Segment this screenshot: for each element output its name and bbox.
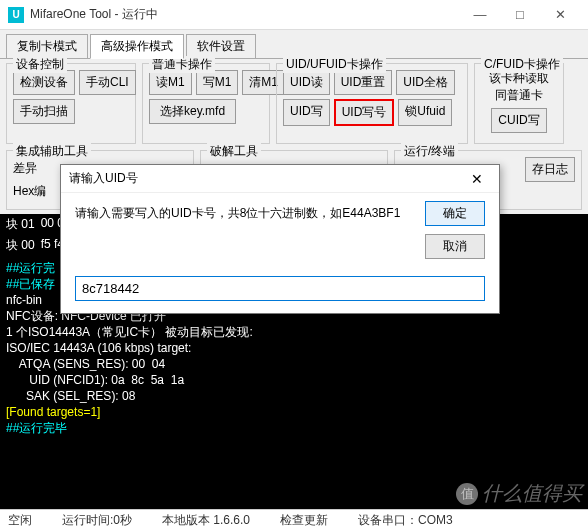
maximize-button[interactable]: □: [500, 1, 540, 29]
uid-write-button[interactable]: UID写: [283, 99, 330, 126]
term-line: ##运行完: [6, 261, 55, 275]
lock-ufuid-button[interactable]: 锁Ufuid: [398, 99, 452, 126]
term-line: UID (NFCID1): 0a 8c 5a 1a: [6, 373, 184, 387]
close-button[interactable]: ✕: [540, 1, 580, 29]
status-runtime: 运行时间:0秒: [62, 512, 132, 529]
titlebar: U MifareOne Tool - 运行中 — □ ✕: [0, 0, 588, 30]
watermark-icon: 值: [456, 483, 478, 505]
save-log-button[interactable]: 存日志: [525, 157, 575, 182]
group-cfuid: C/FUID卡操作 该卡种读取 同普通卡 CUID写: [474, 63, 564, 144]
manual-scan-button[interactable]: 手动扫描: [13, 99, 75, 124]
uid-reset-button[interactable]: UID重置: [334, 70, 393, 95]
window-title: MifareOne Tool - 运行中: [30, 6, 460, 23]
hex-label-1: 块 00: [6, 237, 35, 254]
dialog-title: 请输入UID号: [69, 170, 463, 187]
select-key-button[interactable]: 选择key.mfd: [149, 99, 236, 124]
group-normal: 普通卡操作 读M1 写M1 清M1 选择key.mfd: [142, 63, 270, 144]
uid-write-num-button[interactable]: UID写号: [334, 99, 395, 126]
term-line: ##运行完毕: [6, 421, 67, 435]
status-port: 设备串口：COM3: [358, 512, 453, 529]
manual-cli-button[interactable]: 手动CLI: [79, 70, 136, 95]
group-aux-legend: 集成辅助工具: [13, 143, 91, 160]
term-line: SAK (SEL_RES): 08: [6, 389, 135, 403]
term-line: ##已保存: [6, 277, 55, 291]
group-uid: UID/UFUID卡操作 UID读 UID重置 UID全格 UID写 UID写号…: [276, 63, 468, 144]
dialog-close-button[interactable]: ✕: [463, 166, 491, 192]
hex-label-0: 块 01: [6, 216, 35, 233]
group-runterm-legend: 运行/终端: [401, 143, 458, 160]
term-line: 1 个ISO14443A（常见IC卡） 被动目标已发现:: [6, 325, 253, 339]
read-m1-button[interactable]: 读M1: [149, 70, 192, 95]
dialog-ok-button[interactable]: 确定: [425, 201, 485, 226]
cuid-write-button[interactable]: CUID写: [491, 108, 546, 133]
tabs: 复制卡模式 高级操作模式 软件设置: [0, 30, 588, 59]
uid-input-dialog: 请输入UID号 ✕ 请输入需要写入的UID卡号，共8位十六进制数，如E44A3B…: [60, 164, 500, 314]
status-idle: 空闲: [8, 512, 32, 529]
group-device-legend: 设备控制: [13, 56, 67, 73]
group-device: 设备控制 检测设备 手动CLI 手动扫描: [6, 63, 136, 144]
group-cfuid-legend: C/FUID卡操作: [481, 56, 563, 73]
status-version: 本地版本 1.6.6.0: [162, 512, 250, 529]
term-line: nfc-bin: [6, 293, 42, 307]
dialog-cancel-button[interactable]: 取消: [425, 234, 485, 259]
dialog-message: 请输入需要写入的UID卡号，共8位十六进制数，如E44A3BF1: [75, 205, 485, 222]
uid-read-button[interactable]: UID读: [283, 70, 330, 95]
term-line: ISO/IEC 14443A (106 kbps) target:: [6, 341, 191, 355]
group-crack-legend: 破解工具: [207, 143, 261, 160]
uid-input[interactable]: [75, 276, 485, 301]
check-device-button[interactable]: 检测设备: [13, 70, 75, 95]
write-m1-button[interactable]: 写M1: [196, 70, 239, 95]
uid-all-button[interactable]: UID全格: [396, 70, 455, 95]
term-line: [Found targets=1]: [6, 405, 100, 419]
statusbar: 空闲 运行时间:0秒 本地版本 1.6.6.0 检查更新 设备串口：COM3: [0, 509, 588, 531]
app-icon: U: [8, 7, 24, 23]
tab-advanced-mode[interactable]: 高级操作模式: [90, 34, 184, 59]
watermark: 值 什么值得买: [456, 480, 582, 507]
term-line: ATQA (SENS_RES): 00 04: [6, 357, 165, 371]
status-check-update[interactable]: 检查更新: [280, 512, 328, 529]
watermark-text: 什么值得买: [482, 480, 582, 507]
group-uid-legend: UID/UFUID卡操作: [283, 56, 386, 73]
cfuid-note2: 同普通卡: [481, 87, 557, 104]
diff-label: 差异: [13, 157, 37, 180]
hex-label: Hex编: [13, 180, 46, 203]
minimize-button[interactable]: —: [460, 1, 500, 29]
